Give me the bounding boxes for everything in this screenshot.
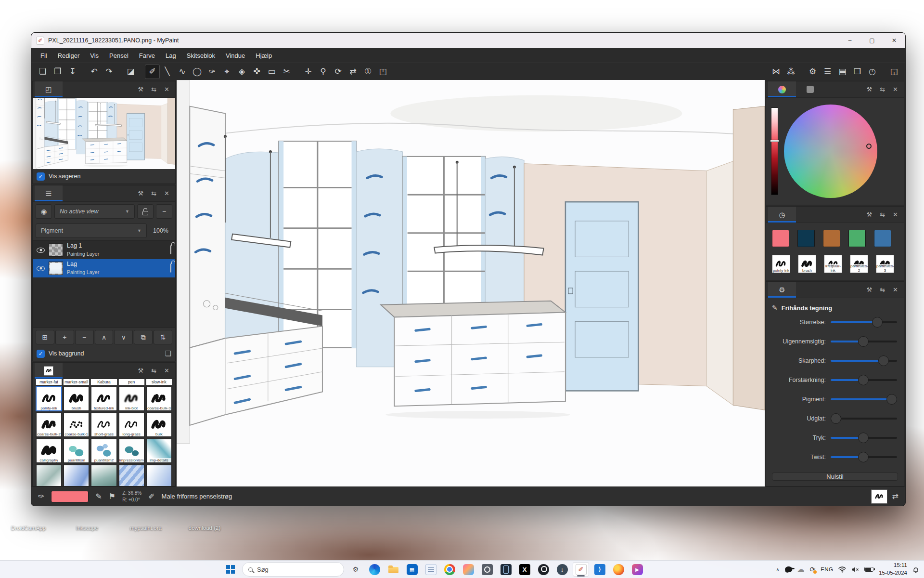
brush-editor-button[interactable]: ☰: [820, 65, 835, 79]
brush-tile[interactable]: coarse-bulk-3: [146, 386, 172, 411]
panel-properties-button[interactable]: ⚒: [867, 211, 873, 218]
taskbar-photos-gallery[interactable]: [460, 562, 476, 577]
Lag[interactable]: Lag Painting Layer: [33, 259, 175, 277]
slider-knob[interactable]: [858, 452, 869, 462]
slider-knob[interactable]: [858, 375, 869, 385]
battery-icon[interactable]: [864, 567, 873, 572]
menu-item[interactable]: Vis: [85, 48, 104, 63]
panel-properties-button[interactable]: ⚒: [867, 86, 873, 93]
taskbar-media-player[interactable]: ▶: [629, 562, 645, 577]
add-layer-button[interactable]: +: [55, 330, 74, 344]
slider[interactable]: [831, 317, 897, 328]
brush-tile[interactable]: [36, 464, 62, 486]
bookmark-add-icon[interactable]: ⚑: [109, 492, 116, 501]
actual-size-button[interactable]: ①: [360, 65, 375, 79]
brush-label[interactable]: marker-fat: [36, 379, 62, 385]
layer-mode-dropdown[interactable]: Pigment▼: [36, 223, 147, 238]
brush-label[interactable]: Kabura: [90, 379, 117, 385]
remove-view-button[interactable]: −: [156, 204, 172, 219]
menu-item[interactable]: Lag: [160, 48, 181, 63]
freehand-brush-tool[interactable]: ✐: [145, 65, 160, 79]
panel-close-button[interactable]: ✕: [893, 286, 898, 293]
slider-knob[interactable]: [878, 355, 889, 366]
panel-close-button[interactable]: ✕: [164, 190, 169, 197]
slider[interactable]: [831, 413, 897, 424]
move-layer-tool[interactable]: ✜: [249, 65, 264, 79]
tab-layers[interactable]: ☰: [35, 185, 63, 201]
recent-brush-tile[interactable]: irregular-ink: [824, 255, 842, 273]
show-finder-checkbox[interactable]: ✓: [37, 172, 45, 181]
menu-item[interactable]: Farve: [134, 48, 160, 63]
tab-color-palette[interactable]: [796, 81, 824, 97]
menu-item[interactable]: Vindue: [220, 48, 250, 63]
recent-brush-tile[interactable]: particules-3: [876, 255, 894, 273]
taskbar-notepad[interactable]: [423, 562, 439, 577]
ellipse-tool[interactable]: ◯: [190, 65, 205, 79]
desktop-icon-inkscape[interactable]: Inkscape: [64, 507, 110, 531]
taskbar-camera-app[interactable]: [479, 562, 495, 577]
taskbar-settings-app[interactable]: ⚙: [347, 562, 364, 577]
panel-properties-button[interactable]: ⚒: [138, 367, 144, 374]
zoom-view-button[interactable]: ⚲: [316, 65, 331, 79]
drawing-canvas[interactable]: [177, 80, 765, 486]
slider[interactable]: [831, 452, 897, 462]
start-button[interactable]: [222, 562, 239, 577]
curve-tool[interactable]: ∿: [175, 65, 190, 79]
slider[interactable]: [831, 355, 897, 366]
brush-tile[interactable]: pointy-ink: [36, 386, 62, 411]
active-view-dropdown[interactable]: No active view▼: [54, 204, 135, 219]
taskbar-file-explorer[interactable]: [385, 562, 401, 577]
fill-tool[interactable]: ◈: [234, 65, 249, 79]
panel-detach-button[interactable]: ⇆: [151, 86, 156, 93]
swatch-blue[interactable]: [874, 230, 891, 247]
panel-detach-button[interactable]: ⇆: [151, 367, 156, 374]
tray-chevron-up-icon[interactable]: ∧: [776, 567, 779, 572]
slider[interactable]: [831, 433, 897, 443]
brush-tile[interactable]: ink-blot: [118, 386, 145, 411]
language-indicator[interactable]: ENG: [821, 566, 833, 572]
desktop-icon-mypsaint-ora[interactable]: mypsaint.ora: [123, 507, 168, 531]
brush-tile[interactable]: calligraphy: [36, 438, 62, 463]
line-tool[interactable]: ╲: [160, 65, 175, 79]
current-color-swatch[interactable]: [51, 491, 89, 502]
brush-label[interactable]: pen: [118, 379, 145, 385]
tray-app-icon[interactable]: [784, 565, 792, 573]
tab-preview[interactable]: ◰: [35, 81, 63, 97]
sync-icon[interactable]: ⟳: [810, 566, 816, 573]
layer-visible-eye-icon[interactable]: [37, 266, 45, 271]
save-file-button[interactable]: ↧: [65, 65, 80, 79]
brush-tile[interactable]: impressionism: [118, 438, 145, 463]
taskbar-search[interactable]: Søg: [242, 562, 344, 577]
menu-item[interactable]: Rediger: [52, 48, 85, 63]
brush-tile[interactable]: [90, 464, 117, 486]
panel-properties-button[interactable]: ⚒: [867, 286, 873, 293]
rect-select-tool[interactable]: ▭: [264, 65, 279, 79]
eyedropper-icon[interactable]: ✑: [38, 492, 44, 501]
swatch-green[interactable]: [848, 230, 866, 247]
slider-knob[interactable]: [858, 433, 869, 443]
rotate-view-button[interactable]: ⟳: [331, 65, 346, 79]
taskbar-x-app[interactable]: X: [516, 562, 533, 577]
onedrive-cloud-icon[interactable]: ☁: [797, 565, 805, 574]
volume-muted-icon[interactable]: [851, 566, 859, 573]
brush-tile[interactable]: coarse-bulk-2: [36, 412, 62, 437]
cut-selection-tool[interactable]: ✂: [279, 65, 294, 79]
hsv-color-wheel[interactable]: [784, 105, 877, 198]
Lag 1[interactable]: Lag 1 Painting Layer: [33, 241, 175, 259]
taskbar-downloads-app[interactable]: ↓: [554, 562, 570, 577]
symmetry-button[interactable]: ⋈: [769, 65, 783, 79]
redo-button[interactable]: ↷: [102, 65, 116, 79]
brush-tile[interactable]: [146, 464, 172, 486]
tab-recent-colors[interactable]: ◷: [768, 207, 796, 223]
show-background-checkbox[interactable]: ✓: [37, 350, 45, 358]
taskbar-chrome[interactable]: [441, 562, 458, 577]
maximize-button[interactable]: ▢: [861, 33, 883, 48]
pan-view-button[interactable]: ✛: [301, 65, 316, 79]
slider[interactable]: [831, 394, 897, 405]
brush-toggle-icon[interactable]: ⇄: [892, 492, 898, 501]
new-layer-group-button[interactable]: ⊞: [36, 330, 54, 344]
taskbar-edge[interactable]: [366, 562, 383, 577]
panel-close-button[interactable]: ✕: [893, 86, 898, 93]
panel-close-button[interactable]: ✕: [164, 367, 169, 374]
brush-tile[interactable]: puantilism2: [90, 438, 117, 463]
